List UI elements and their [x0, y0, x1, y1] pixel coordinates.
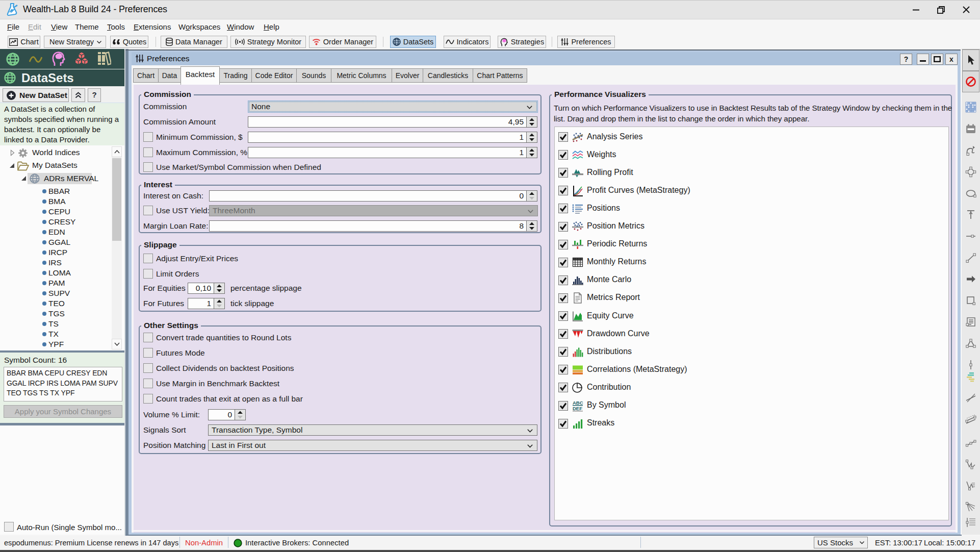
- svg-text:ABC: ABC: [573, 400, 583, 406]
- svg-text:DEF: DEF: [573, 406, 582, 411]
